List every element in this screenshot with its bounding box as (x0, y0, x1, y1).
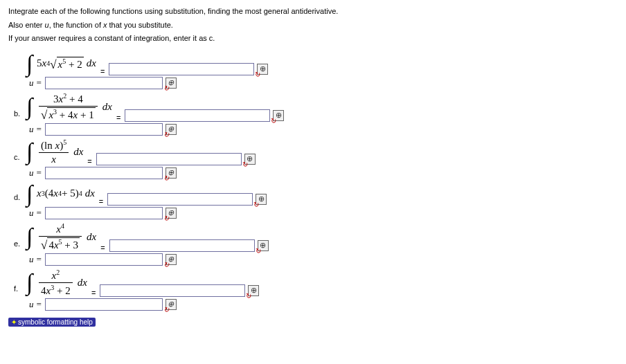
problem-e: e. ∫ x4 √4x5 + 3 dx = ↻ u = (14, 222, 618, 266)
label-c: c. (14, 153, 26, 165)
symbolic-button[interactable]: ↻ (244, 154, 256, 165)
instruction-line-1: Integrate each of the following function… (8, 6, 618, 18)
symbolic-button[interactable]: ↻ (273, 110, 284, 121)
symbolic-button[interactable]: ↻ (258, 240, 269, 251)
problems-list: ∫ 5x4 √x5 + 2 dx = ↻ u = ↻ b. ∫ (14, 52, 618, 311)
problem-f: f. ∫ x2 4x3 + 2 dx = ↻ u = (14, 269, 618, 311)
integral-f: ∫ x2 4x3 + 2 dx (26, 269, 87, 297)
u-input-a[interactable] (45, 77, 163, 89)
integral-d: ∫ x3 (4x4 + 5)4 dx (26, 182, 95, 206)
label-f: f. (14, 284, 26, 297)
label-e: e. (14, 239, 26, 252)
u-label-f: u = (29, 299, 42, 310)
problem-d: d. ∫ x3 (4x4 + 5)4 dx = ↻ u = ↻ (14, 182, 618, 219)
problem-c: c. ∫ (ln x)5 x dx = ↻ u = (14, 138, 618, 179)
symbolic-button[interactable]: ↻ (166, 124, 177, 135)
u-label-d: u = (29, 208, 42, 219)
u-label-a: u = (29, 78, 42, 89)
integral-c: ∫ (ln x)5 x dx (26, 138, 83, 165)
u-input-b[interactable] (45, 123, 163, 136)
symbolic-button[interactable]: ↻ (248, 285, 259, 296)
u-input-c[interactable] (45, 167, 163, 179)
symbolic-button[interactable]: ↻ (256, 194, 267, 205)
answer-d[interactable] (107, 193, 253, 206)
instruction-line-3: If your answer requires a constant of in… (8, 33, 618, 45)
answer-f[interactable] (100, 284, 245, 297)
problem-b: b. ∫ 3x2 + 4 √x3 + 4x + 1 dx = ↻ u = (14, 92, 618, 136)
symbolic-button[interactable]: ↻ (166, 299, 177, 310)
u-input-e[interactable] (45, 253, 163, 266)
answer-b[interactable] (125, 109, 270, 122)
symbolic-button[interactable]: ↻ (166, 167, 177, 179)
label-b: b. (14, 109, 26, 122)
symbolic-help-link[interactable]: ✦symbolic formatting help (8, 318, 96, 327)
integral-a: ∫ 5x4 √x5 + 2 dx (26, 52, 96, 75)
answer-e[interactable] (109, 239, 255, 252)
symbolic-button[interactable]: ↻ (166, 208, 177, 219)
u-label-c: u = (29, 167, 42, 179)
symbolic-button[interactable]: ↻ (166, 78, 177, 89)
instruction-line-2: Also enter u, the function of x that you… (8, 19, 618, 32)
instructions: Integrate each of the following function… (8, 6, 618, 45)
integral-b: ∫ 3x2 + 4 √x3 + 4x + 1 dx (26, 92, 112, 122)
label-d: d. (14, 193, 26, 206)
problem-a: ∫ 5x4 √x5 + 2 dx = ↻ u = ↻ (14, 52, 618, 89)
u-label-b: u = (29, 124, 42, 135)
label-a (14, 71, 26, 75)
integral-e: ∫ x4 √4x5 + 3 dx (26, 222, 96, 252)
u-label-e: u = (29, 254, 42, 265)
u-input-f[interactable] (45, 298, 163, 311)
u-input-d[interactable] (45, 207, 163, 219)
answer-c[interactable] (96, 153, 242, 165)
answer-a[interactable] (109, 63, 254, 75)
symbolic-button[interactable]: ↻ (257, 64, 268, 75)
symbolic-button[interactable]: ↻ (166, 254, 177, 265)
